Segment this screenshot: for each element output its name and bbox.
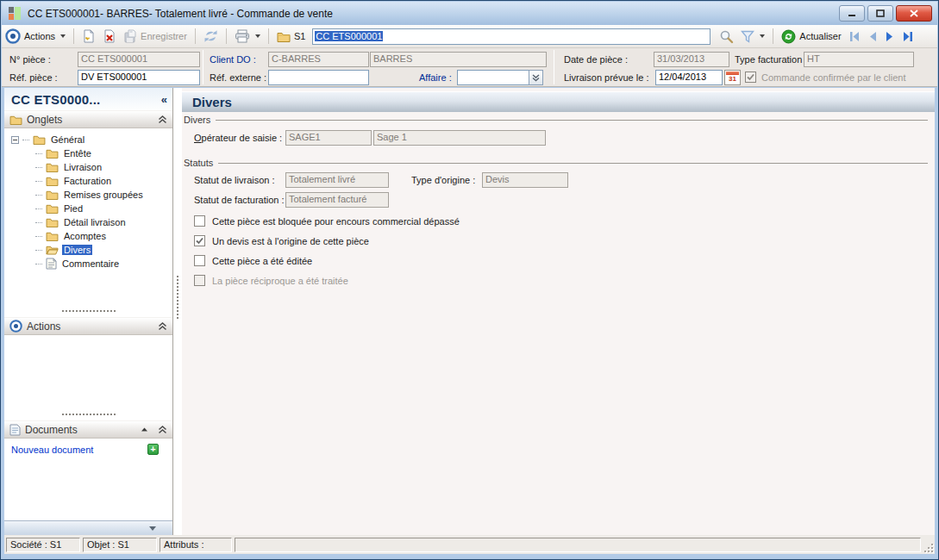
body-area: CC ETS0000... « Onglets Général xyxy=(4,88,935,535)
statut-facturation-field[interactable]: Totalement facturé xyxy=(285,192,389,208)
application-window: CC ETS000001- BARRES- Totalement livré -… xyxy=(0,0,939,560)
tree-item-pied[interactable]: Pied xyxy=(4,202,172,215)
client-do-label[interactable]: Client DO : xyxy=(210,54,256,65)
printer-icon xyxy=(235,29,250,43)
tree-item-livraison[interactable]: Livraison xyxy=(4,160,172,174)
statut-livraison-label: Statut de livraison : xyxy=(194,175,275,185)
editee-checkbox[interactable] xyxy=(194,255,205,266)
type-origine-label: Type d'origine : xyxy=(411,175,475,185)
operateur-code-field[interactable]: SAGE1 xyxy=(285,130,372,146)
statut-livraison-field[interactable]: Totalement livré xyxy=(285,172,389,188)
actualiser-button[interactable]: Actualiser xyxy=(778,28,844,46)
add-document-button[interactable]: + xyxy=(147,444,159,455)
double-chevron-up-icon[interactable] xyxy=(158,426,167,434)
refresh-button[interactable] xyxy=(200,28,222,45)
ref-externe-field[interactable] xyxy=(268,70,369,85)
section-actions-header[interactable]: Actions xyxy=(4,317,172,335)
onglets-label: Onglets xyxy=(27,114,153,126)
actions-section-label: Actions xyxy=(27,320,153,333)
nav-prev-icon xyxy=(867,31,878,42)
sidebar-title-bar: CC ETS0000... « xyxy=(4,88,172,110)
search-button[interactable] xyxy=(716,28,737,46)
close-button[interactable] xyxy=(896,5,932,22)
operateur-name-field[interactable]: Sage 1 xyxy=(373,130,546,146)
minimize-button[interactable] xyxy=(839,5,865,22)
group-divers-legend: Divers xyxy=(184,115,928,125)
tree-item-general[interactable]: Général xyxy=(4,133,172,146)
search-input-selected-text: CC ETS000001 xyxy=(315,31,383,41)
folder-icon xyxy=(46,148,59,159)
bloquee-checkbox[interactable] xyxy=(194,215,205,227)
new-document-button[interactable] xyxy=(78,28,99,45)
tree-item-remises-groupees[interactable]: Remises groupées xyxy=(4,188,172,202)
sidebar-splitter-handle[interactable] xyxy=(4,308,172,313)
folder-icon xyxy=(33,134,46,145)
devis-origine-checkbox[interactable] xyxy=(194,235,205,246)
open-folder-icon xyxy=(46,245,59,255)
tree-item-entete[interactable]: Entête xyxy=(4,146,172,160)
tree-collapse-box[interactable] xyxy=(11,136,19,144)
date-piece-field[interactable]: 31/03/2013 xyxy=(654,52,729,67)
document-icon xyxy=(9,424,21,436)
documents-list: Nouveau document + xyxy=(4,439,172,455)
n-piece-field[interactable]: CC ETS000001 xyxy=(78,52,200,67)
client-do-name-field[interactable]: BARRES xyxy=(370,52,547,67)
splitter-grip[interactable] xyxy=(177,276,178,319)
folder-icon xyxy=(46,162,59,172)
double-chevron-up-icon[interactable] xyxy=(158,322,167,331)
actions-menu-button[interactable]: Actions xyxy=(21,29,69,43)
statut-facturation-label: Statut de facturation : xyxy=(194,195,285,205)
nav-prev-button[interactable] xyxy=(864,29,881,44)
double-chevron-down-icon xyxy=(532,74,540,82)
sidebar-splitter-handle[interactable] xyxy=(4,412,172,416)
affaire-dropdown-button[interactable] xyxy=(529,70,543,85)
nav-last-icon xyxy=(902,31,914,42)
operateur-label: Opérateur de saisie : xyxy=(194,133,282,143)
ref-piece-field[interactable]: DV ETS000001 xyxy=(78,70,200,85)
site-folder-button[interactable]: S1 xyxy=(273,29,309,44)
nav-next-icon xyxy=(885,31,895,42)
delete-button[interactable] xyxy=(99,28,120,45)
type-origine-field[interactable]: Devis xyxy=(482,172,568,188)
statusbar-societe: Société : S1 xyxy=(6,538,80,552)
onglets-tree: Général Entête Livraison Facturation xyxy=(4,128,172,271)
new-page-icon xyxy=(82,29,96,43)
tree-item-facturation[interactable]: Facturation xyxy=(4,174,172,188)
nav-first-icon xyxy=(848,31,861,42)
calendar-button[interactable]: 31 xyxy=(724,70,741,85)
scroll-down-icon xyxy=(149,526,156,531)
tree-item-commentaire[interactable]: Commentaire xyxy=(4,257,172,271)
type-facturation-field[interactable]: HT xyxy=(804,52,914,67)
nouveau-document-link[interactable]: Nouveau document xyxy=(11,445,93,455)
checkbox-row-editee: Cette pièce a été éditée xyxy=(194,255,312,266)
ref-externe-label: Réf. externe : xyxy=(210,72,266,83)
document-search-input[interactable]: CC ETS000001 xyxy=(312,28,711,45)
chevron-up-icon[interactable] xyxy=(141,426,148,432)
resize-grip[interactable] xyxy=(922,541,933,552)
commande-confirmee-checkbox[interactable] xyxy=(745,72,756,83)
maximize-button[interactable] xyxy=(867,5,893,22)
double-chevron-up-icon[interactable] xyxy=(158,115,167,124)
tree-item-detail-livraison[interactable]: Détail livraison xyxy=(4,215,172,229)
sidebar-panel-title: CC ETS0000... xyxy=(11,92,100,107)
section-documents-header[interactable]: Documents xyxy=(4,420,172,439)
filter-button[interactable] xyxy=(737,28,768,45)
nav-last-button[interactable] xyxy=(898,29,917,44)
tree-item-divers[interactable]: Divers xyxy=(4,243,172,257)
tree-item-acomptes[interactable]: Acomptes xyxy=(4,229,172,243)
section-onglets-header[interactable]: Onglets xyxy=(4,110,172,128)
save-button[interactable]: Enregistrer xyxy=(120,28,191,45)
statusbar: Société : S1 Objet : S1 Attributs : xyxy=(4,535,935,554)
panel-splitter[interactable] xyxy=(173,88,182,535)
reciproque-checkbox[interactable] xyxy=(194,275,205,286)
client-do-code-field[interactable]: C-BARRES xyxy=(268,52,369,67)
sidebar-scroll-strip[interactable] xyxy=(4,520,172,535)
livraison-prevue-field[interactable]: 12/04/2013 xyxy=(655,70,723,85)
affaire-label[interactable]: Affaire : xyxy=(419,72,452,83)
folder-icon xyxy=(46,217,59,227)
nav-first-button[interactable] xyxy=(845,29,864,44)
sidebar-collapse-button[interactable]: « xyxy=(161,93,167,106)
print-button[interactable] xyxy=(231,28,264,45)
nav-next-button[interactable] xyxy=(881,29,898,44)
actions-label: Actions xyxy=(24,31,55,41)
